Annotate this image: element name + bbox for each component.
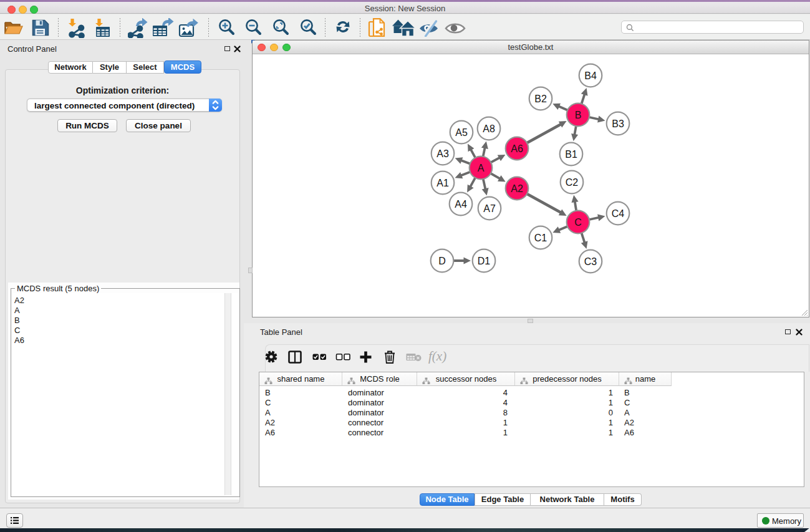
svg-text:C: C xyxy=(574,217,582,228)
svg-text:C3: C3 xyxy=(584,256,597,267)
svg-text:C2: C2 xyxy=(566,177,579,188)
svg-text:B2: B2 xyxy=(534,94,547,104)
svg-text:C1: C1 xyxy=(534,233,547,243)
svg-text:A: A xyxy=(478,163,485,173)
svg-text:A6: A6 xyxy=(511,143,523,154)
svg-text:A7: A7 xyxy=(483,203,496,214)
svg-text:A1: A1 xyxy=(436,178,449,188)
svg-text:B: B xyxy=(575,110,582,120)
svg-text:B3: B3 xyxy=(612,118,624,129)
svg-text:D: D xyxy=(438,256,446,266)
svg-text:A4: A4 xyxy=(455,199,467,210)
svg-text:B1: B1 xyxy=(565,149,577,160)
svg-text:A2: A2 xyxy=(511,183,523,194)
svg-text:C4: C4 xyxy=(612,208,625,219)
svg-text:A8: A8 xyxy=(483,123,495,134)
svg-text:A5: A5 xyxy=(455,127,468,138)
svg-text:D1: D1 xyxy=(478,256,491,266)
svg-text:A3: A3 xyxy=(436,148,449,159)
svg-text:B4: B4 xyxy=(584,70,597,81)
